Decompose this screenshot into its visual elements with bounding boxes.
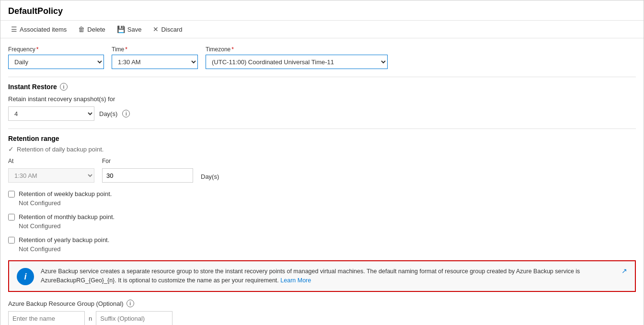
for-input[interactable] — [102, 168, 193, 183]
yearly-checkbox[interactable] — [8, 237, 15, 244]
at-select[interactable]: 1:30 AM — [8, 168, 94, 183]
instant-restore-title: Instant Restore i — [8, 83, 636, 91]
instant-restore-info-icon: i — [60, 83, 68, 91]
resource-group-suffix-input[interactable] — [96, 311, 172, 325]
monthly-checkbox[interactable] — [8, 214, 15, 221]
info-icon: i — [24, 272, 26, 282]
n-label: n — [89, 315, 92, 322]
list-icon: ☰ — [11, 25, 17, 33]
main-content: Frequency* Daily Weekly Time* 1:30 AM 12… — [0, 38, 644, 325]
daily-checkmark-icon: ✓ — [8, 145, 14, 153]
at-group: At 1:30 AM — [8, 158, 94, 183]
delete-button[interactable]: 🗑 Delete — [73, 23, 110, 35]
time-select[interactable]: 1:30 AM 12:00 AM 1:00 AM 2:00 AM — [112, 55, 198, 69]
section-divider-1 — [8, 77, 636, 77]
external-link-icon[interactable]: ↗ — [621, 267, 627, 275]
azure-resource-group-info-icon: i — [126, 300, 134, 307]
azure-resource-group-label: Azure Backup Resource Group (Optional) i — [8, 300, 636, 307]
retain-row: 4 1 2 3 5 Day(s) i — [8, 106, 636, 121]
yearly-label: Retention of yearly backup point. — [19, 236, 109, 244]
daily-retention-label: ✓ Retention of daily backup point. — [8, 145, 636, 153]
timezone-group: Timezone* (UTC-11:00) Coordinated Univer… — [206, 46, 388, 69]
info-banner: i Azure Backup service creates a separat… — [8, 260, 636, 292]
discard-icon: ✕ — [153, 25, 159, 33]
associated-items-button[interactable]: ☰ Associated items — [6, 23, 71, 35]
page-container: DefaultPolicy ☰ Associated items 🗑 Delet… — [0, 0, 644, 325]
at-for-row: At 1:30 AM For Day(s) — [8, 158, 636, 183]
info-banner-text: Azure Backup service creates a separate … — [41, 267, 613, 285]
frequency-select[interactable]: Daily Weekly — [8, 55, 104, 69]
toolbar: ☰ Associated items 🗑 Delete 💾 Save ✕ Dis… — [0, 21, 644, 38]
azure-resource-group-input-row: n — [8, 311, 636, 325]
weekly-not-configured: Not Configured — [19, 199, 636, 207]
frequency-label: Frequency* — [8, 46, 104, 53]
days-info-icon: i — [122, 110, 130, 117]
discard-button[interactable]: ✕ Discard — [148, 23, 187, 35]
time-group: Time* 1:30 AM 12:00 AM 1:00 AM 2:00 AM — [112, 46, 198, 69]
days-label: Day(s) — [99, 110, 117, 117]
yearly-not-configured: Not Configured — [19, 245, 636, 253]
monthly-checkbox-row: Retention of monthly backup point. — [8, 213, 636, 221]
timezone-label: Timezone* — [206, 46, 388, 53]
time-label: Time* — [112, 46, 198, 53]
retention-range-title: Retention range — [8, 135, 636, 142]
for-days-label: Day(s) — [201, 173, 219, 180]
section-divider-2 — [8, 128, 636, 129]
page-title: DefaultPolicy — [0, 0, 644, 21]
for-group: For — [102, 158, 193, 183]
timezone-select[interactable]: (UTC-11:00) Coordinated Universal Time-1… — [206, 55, 388, 69]
delete-icon: 🗑 — [78, 25, 85, 33]
frequency-row: Frequency* Daily Weekly Time* 1:30 AM 12… — [8, 46, 636, 69]
frequency-group: Frequency* Daily Weekly — [8, 46, 104, 69]
monthly-label: Retention of monthly backup point. — [19, 213, 115, 221]
retain-select[interactable]: 4 1 2 3 5 — [8, 106, 94, 121]
weekly-checkbox[interactable] — [8, 191, 15, 197]
monthly-not-configured: Not Configured — [19, 222, 636, 230]
at-label: At — [8, 158, 94, 164]
learn-more-link[interactable]: Learn More — [280, 277, 311, 284]
info-icon-circle: i — [17, 268, 34, 285]
weekly-checkbox-row: Retention of weekly backup point. — [8, 190, 636, 197]
retain-label: Retain instant recovery snapshot(s) for — [8, 95, 636, 103]
save-icon: 💾 — [117, 25, 125, 33]
for-label: For — [102, 158, 193, 164]
resource-group-name-input[interactable] — [8, 311, 85, 325]
save-button[interactable]: 💾 Save — [112, 23, 147, 35]
weekly-label: Retention of weekly backup point. — [19, 190, 112, 197]
yearly-checkbox-row: Retention of yearly backup point. — [8, 236, 636, 244]
